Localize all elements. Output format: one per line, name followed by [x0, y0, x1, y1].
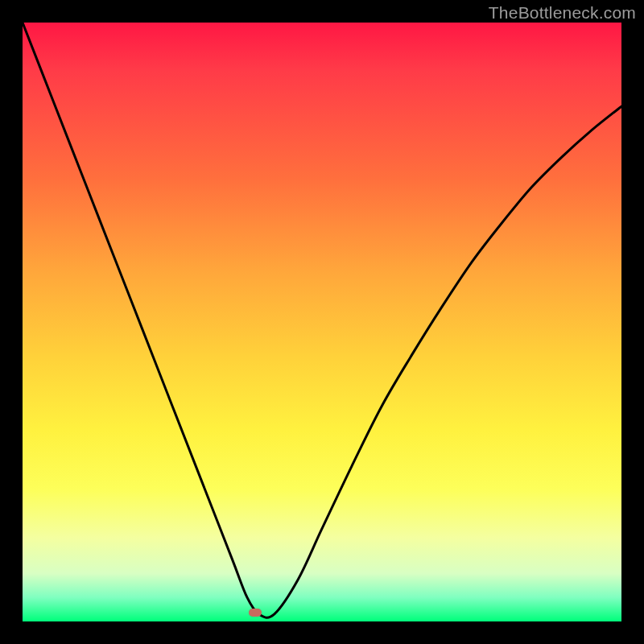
curve-path: [23, 23, 621, 617]
frame: TheBottleneck.com: [0, 0, 644, 644]
plot-area: [23, 23, 621, 621]
bottleneck-curve: [23, 23, 621, 621]
watermark-text: TheBottleneck.com: [489, 3, 636, 23]
optimal-point-marker: [249, 609, 262, 617]
